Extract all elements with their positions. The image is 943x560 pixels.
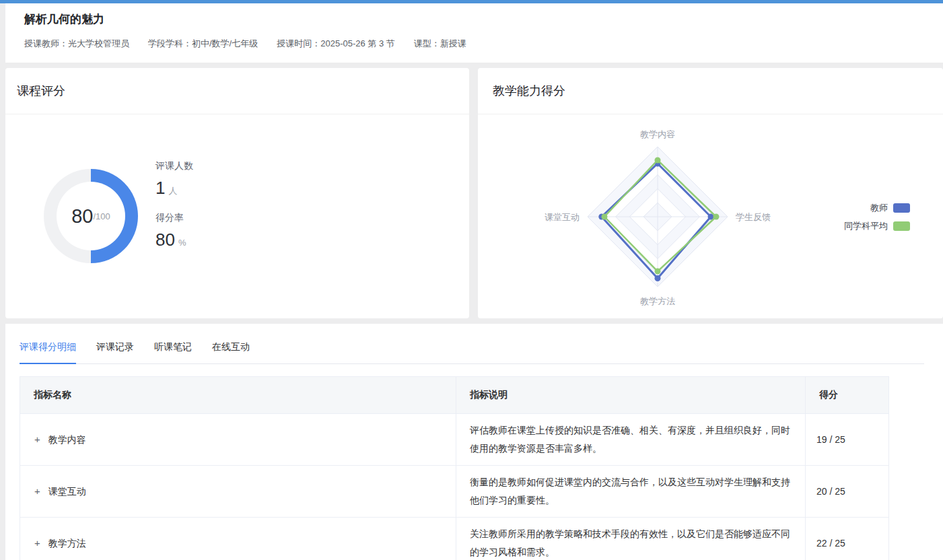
tab-bar: 评课得分明细评课记录听课笔记在线互动 (20, 341, 924, 364)
course-score-card: 课程评分 80/100 评课人数1人得分率80% (5, 68, 469, 318)
stat-value: 1人 (155, 178, 193, 199)
table-row: +课堂互动衡量的是教师如何促进课堂内的交流与合作，以及这些互动对学生理解和支持他… (20, 466, 889, 518)
tab-0[interactable]: 评课得分明细 (20, 341, 76, 363)
stat-value: 80% (155, 230, 193, 250)
course-meta: 授课教师：光大学校管理员学段学科：初中/数学/七年级授课时间：2025-05-2… (24, 38, 943, 50)
score-value: 80 (71, 205, 93, 228)
meta-item: 授课时间：2025-05-26 第 3 节 (277, 38, 395, 50)
radar-point (713, 214, 719, 220)
indicator-name-cell: +教学内容 (20, 414, 456, 466)
indicator-name-cell: +课堂互动 (20, 466, 456, 518)
legend-item[interactable]: 教师 (844, 202, 910, 214)
page-title: 解析几何的魅力 (24, 11, 943, 27)
indicator-name: 教学内容 (48, 434, 86, 445)
stat-number: 80 (155, 230, 175, 250)
tab-1[interactable]: 评课记录 (96, 341, 134, 363)
detail-panel: 评课得分明细评课记录听课笔记在线互动 指标名称指标说明得分 +教学内容评估教师在… (5, 324, 943, 560)
donut-center: 80/100 (57, 182, 125, 250)
column-header-0: 指标名称 (20, 377, 456, 414)
indicator-desc-cell: 衡量的是教师如何促进课堂内的交流与合作，以及这些互动对学生理解和支持他们学习的重… (456, 466, 806, 518)
legend-item[interactable]: 同学科平均 (844, 220, 910, 232)
meta-item: 授课教师：光大学校管理员 (24, 38, 129, 50)
tab-2[interactable]: 听课笔记 (154, 341, 192, 363)
stat-label: 评课人数 (155, 160, 193, 172)
legend-swatch (893, 221, 910, 231)
stat-number: 1 (155, 178, 165, 198)
table-header-row: 指标名称指标说明得分 (20, 377, 889, 414)
indicator-name: 课堂互动 (48, 486, 86, 497)
course-score-card-title: 课程评分 (5, 68, 469, 114)
radar-legend: 教师同学科平均 (844, 202, 910, 238)
column-header-1: 指标说明 (456, 377, 806, 414)
radar-axis-label: 教学方法 (640, 296, 675, 306)
table-body: +教学内容评估教师在课堂上传授的知识是否准确、相关、有深度，并且组织良好，同时使… (20, 414, 889, 560)
score-stats: 评课人数1人得分率80% (155, 160, 193, 318)
table-row: +教学内容评估教师在课堂上传授的知识是否准确、相关、有深度，并且组织良好，同时使… (20, 414, 889, 466)
radar-axis-label: 教学内容 (640, 129, 675, 139)
radar-axis-label: 学生反馈 (736, 212, 771, 222)
stat-unit: 人 (168, 186, 177, 196)
table-row: +教学方法关注教师所采用的教学策略和技术手段的有效性，以及它们是否能够适应不同的… (20, 518, 889, 560)
indicator-score-cell: 19 / 25 (806, 414, 889, 466)
legend-swatch (893, 203, 910, 213)
radar-point (655, 157, 661, 163)
meta-item: 课型：新授课 (414, 38, 466, 50)
indicator-desc-cell: 关注教师所采用的教学策略和技术手段的有效性，以及它们是否能够适应不同的学习风格和… (456, 518, 806, 560)
course-header: 解析几何的魅力 授课教师：光大学校管理员学段学科：初中/数学/七年级授课时间：2… (5, 3, 943, 63)
score-max: /100 (93, 211, 110, 221)
expand-icon[interactable]: + (34, 433, 40, 445)
donut-gauge: 80/100 (44, 169, 138, 263)
radar-point (655, 269, 661, 275)
expand-icon[interactable]: + (34, 485, 40, 497)
radar-axis-label: 课堂互动 (545, 212, 580, 222)
indicator-score-cell: 22 / 25 (806, 518, 889, 560)
legend-label: 教师 (870, 202, 888, 214)
radar-point (601, 214, 607, 220)
stat-label: 得分率 (155, 212, 193, 224)
teaching-ability-card-title: 教学能力得分 (478, 68, 943, 114)
teaching-ability-card: 教学能力得分 教学内容学生反馈教学方法课堂互动 教师同学科平均 (478, 68, 943, 318)
column-header-2: 得分 (806, 377, 889, 414)
expand-icon[interactable]: + (34, 537, 40, 549)
indicator-score-cell: 20 / 25 (806, 466, 889, 518)
meta-item: 学段学科：初中/数学/七年级 (148, 38, 258, 50)
tab-3[interactable]: 在线互动 (212, 341, 250, 363)
indicator-desc-cell: 评估教师在课堂上传授的知识是否准确、相关、有深度，并且组织良好，同时使用的教学资… (456, 414, 806, 466)
stat-unit: % (178, 238, 186, 248)
legend-label: 同学科平均 (844, 220, 888, 232)
indicator-name-cell: +教学方法 (20, 518, 456, 560)
indicator-table: 指标名称指标说明得分 +教学内容评估教师在课堂上传授的知识是否准确、相关、有深度… (20, 376, 889, 560)
indicator-name: 教学方法 (48, 538, 86, 549)
radar-point (655, 275, 661, 281)
